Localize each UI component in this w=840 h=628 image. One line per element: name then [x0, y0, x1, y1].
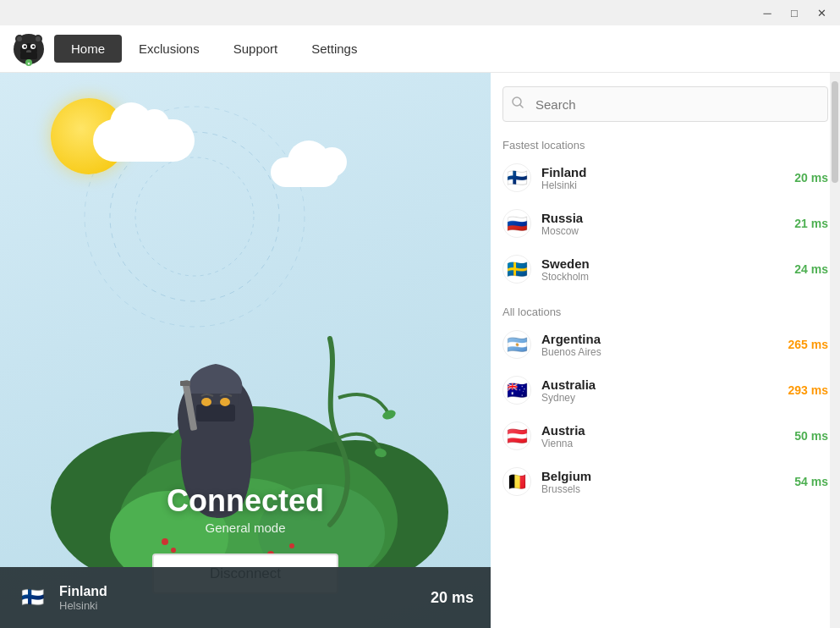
svg-point-36	[171, 548, 176, 553]
cloud2-illustration	[271, 157, 338, 187]
argentina-ms: 265 ms	[788, 338, 828, 351]
australia-ms: 293 ms	[788, 383, 828, 397]
svg-text:▼: ▼	[27, 61, 31, 66]
sweden-city: Stockholm	[541, 271, 784, 283]
argentina-info: Argentina Buenos Aires	[541, 332, 778, 358]
finland-city: Helsinki	[541, 179, 784, 191]
sweden-country: Sweden	[541, 256, 784, 271]
search-input[interactable]	[502, 86, 828, 122]
cloud1-illustration	[93, 119, 195, 162]
svg-point-16	[135, 157, 254, 276]
bottom-status-bar: 🇫🇮 Finland Helsinki 20 ms	[0, 567, 491, 628]
nav-settings[interactable]: Settings	[294, 35, 374, 63]
nav-home[interactable]: Home	[54, 35, 122, 63]
russia-flag: 🇷🇺	[502, 209, 531, 238]
argentina-city: Buenos Aires	[541, 346, 778, 358]
sweden-flag: 🇸🇪	[502, 255, 531, 284]
app-logo: ▼	[10, 30, 47, 68]
belgium-flag: 🇧🇪	[502, 467, 531, 496]
search-icon	[511, 96, 524, 113]
finland-flag: 🇫🇮	[502, 163, 531, 192]
bottom-latency: 20 ms	[431, 589, 474, 607]
svg-line-40	[520, 105, 524, 108]
bottom-location-info: Finland Helsinki	[59, 584, 419, 612]
maximize-button[interactable]: □	[782, 3, 806, 22]
all-locations-label: All locations	[491, 299, 840, 322]
argentina-country: Argentina	[541, 332, 778, 346]
belgium-country: Belgium	[541, 469, 784, 483]
finland-info: Finland Helsinki	[541, 165, 784, 191]
russia-info: Russia Moscow	[541, 211, 784, 237]
austria-country: Austria	[541, 423, 784, 438]
svg-point-8	[24, 45, 26, 47]
fastest-locations-label: Fastest locations	[491, 132, 840, 155]
bottom-flag-icon: 🇫🇮	[17, 582, 47, 613]
australia-city: Sydney	[541, 392, 778, 404]
bottom-country-name: Finland	[59, 584, 419, 599]
svg-rect-11	[20, 52, 37, 59]
list-item[interactable]: 🇸🇪 Sweden Stockholm 24 ms	[491, 246, 840, 292]
scrollbar-track[interactable]	[830, 73, 840, 628]
austria-ms: 50 ms	[794, 429, 828, 443]
svg-point-35	[162, 538, 168, 545]
svg-point-9	[32, 45, 35, 47]
belgium-city: Brussels	[541, 483, 784, 495]
svg-point-31	[201, 398, 211, 406]
scrollbar-thumb[interactable]	[832, 81, 838, 183]
russia-city: Moscow	[541, 225, 784, 237]
list-item[interactable]: 🇦🇺 Australia Sydney 293 ms	[491, 367, 840, 413]
bottom-city-name: Helsinki	[59, 599, 419, 612]
russia-country: Russia	[541, 211, 784, 225]
austria-flag: 🇦🇹	[502, 421, 531, 450]
argentina-flag: 🇦🇷	[502, 330, 531, 359]
austria-info: Austria Vienna	[541, 423, 784, 449]
sweden-info: Sweden Stockholm	[541, 256, 784, 283]
australia-flag: 🇦🇺	[502, 376, 531, 405]
mode-text: General mode	[167, 521, 324, 535]
russia-ms: 21 ms	[794, 217, 828, 230]
finland-country: Finland	[541, 165, 784, 179]
connected-area: Connected General mode	[167, 483, 324, 535]
right-panel: Fastest locations 🇫🇮 Finland Helsinki 20…	[491, 73, 840, 628]
nav-exclusions[interactable]: Exclusions	[122, 35, 217, 63]
list-item[interactable]: 🇦🇹 Austria Vienna 50 ms	[491, 413, 840, 459]
svg-point-3	[17, 36, 22, 41]
list-item[interactable]: 🇷🇺 Russia Moscow 21 ms	[491, 201, 840, 246]
minimize-button[interactable]: ─	[755, 3, 779, 22]
svg-rect-34	[180, 381, 190, 386]
australia-info: Australia Sydney	[541, 377, 778, 404]
australia-country: Australia	[541, 377, 778, 392]
svg-point-38	[289, 543, 294, 548]
svg-point-32	[220, 398, 230, 406]
belgium-info: Belgium Brussels	[541, 469, 784, 495]
title-bar: ─ □ ✕	[0, 0, 840, 25]
left-panel: Connected General mode Disconnect 🇫🇮 Fin…	[0, 73, 491, 628]
svg-point-4	[36, 36, 41, 41]
list-item[interactable]: 🇦🇷 Argentina Buenos Aires 265 ms	[491, 322, 840, 367]
svg-point-26	[382, 409, 397, 421]
search-box	[502, 86, 828, 122]
svg-rect-30	[196, 405, 235, 421]
belgium-ms: 54 ms	[794, 475, 828, 488]
austria-city: Vienna	[541, 438, 784, 449]
nav-bar: ▼ Home Exclusions Support Settings	[0, 25, 840, 73]
nav-support[interactable]: Support	[217, 35, 295, 63]
list-item[interactable]: 🇫🇮 Finland Helsinki 20 ms	[491, 155, 840, 201]
finland-ms: 20 ms	[794, 171, 828, 185]
sweden-ms: 24 ms	[794, 262, 828, 276]
connected-status: Connected	[167, 483, 324, 519]
close-button[interactable]: ✕	[810, 3, 833, 22]
list-item[interactable]: 🇧🇪 Belgium Brussels 54 ms	[491, 459, 840, 504]
